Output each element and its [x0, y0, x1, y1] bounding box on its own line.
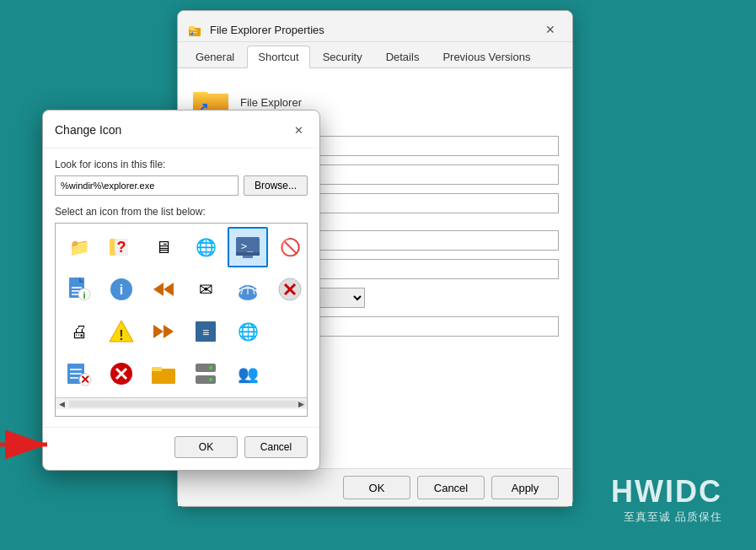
- icon-cell-mail[interactable]: ✉: [185, 269, 226, 310]
- svg-text:i: i: [120, 283, 123, 297]
- watermark: HWIDC 至真至诚 品质保住: [611, 474, 722, 525]
- forward-icon: [150, 318, 177, 345]
- icon-cell-error[interactable]: [101, 353, 142, 394]
- ok-button[interactable]: OK: [343, 476, 410, 499]
- tab-previous-versions[interactable]: Previous Versions: [432, 46, 541, 67]
- svg-rect-38: [70, 369, 82, 370]
- server-icon: [192, 360, 219, 387]
- icon-cell-folder2[interactable]: [143, 353, 184, 394]
- watermark-subtitle: 至真至诚 品质保住: [611, 510, 722, 525]
- tab-general[interactable]: General: [185, 46, 245, 67]
- printer-icon: 🖨: [66, 318, 93, 345]
- edit-icon: ✕: [66, 360, 93, 387]
- icon-cell-globe[interactable]: 🌐: [185, 227, 226, 267]
- icon-cell-info[interactable]: i: [101, 269, 142, 310]
- svg-text:>_: >_: [241, 240, 254, 252]
- svg-rect-3: [190, 32, 197, 34]
- doc-icon: i: [66, 276, 93, 303]
- basket-icon: [234, 276, 261, 303]
- svg-text:i: i: [83, 290, 85, 300]
- info-icon: i: [108, 276, 135, 303]
- file-path-input[interactable]: [55, 175, 239, 196]
- icon-cell-terminal[interactable]: >_: [228, 227, 268, 267]
- svg-text:!: !: [119, 328, 123, 342]
- icon-cell-doc[interactable]: i: [59, 269, 99, 310]
- svg-rect-13: [236, 252, 260, 256]
- monitor-icon: 🖥: [150, 234, 177, 261]
- properties-title: File Explorer Properties: [210, 24, 324, 36]
- tabs-bar: General Shortcut Security Details Previo…: [178, 42, 572, 67]
- network-icon: 🌐: [234, 318, 261, 345]
- svg-text:≡: ≡: [202, 326, 209, 339]
- icon-grid-container: 📁 ? 🖥 🌐: [55, 223, 308, 417]
- tab-security[interactable]: Security: [312, 46, 373, 67]
- help-icon: ?: [108, 234, 135, 261]
- svg-marker-34: [164, 325, 174, 338]
- svg-rect-2: [190, 30, 197, 31]
- icon-cell-folder[interactable]: 📁: [59, 227, 99, 267]
- icon-cell-server[interactable]: [185, 353, 226, 394]
- titlebar-left: File Explorer Properties: [188, 22, 324, 37]
- file-explorer-label: File Explorer: [240, 96, 302, 109]
- mail-icon: ✉: [192, 276, 219, 303]
- folder2-icon: [150, 360, 177, 387]
- red-arrow-icon: [0, 428, 60, 461]
- tab-details[interactable]: Details: [375, 46, 431, 67]
- svg-rect-40: [70, 377, 78, 379]
- task-icon: ≡: [192, 318, 219, 345]
- globe-icon: 🌐: [192, 234, 219, 261]
- select-icon-label: Select an icon from the list below:: [55, 206, 308, 218]
- tab-shortcut[interactable]: Shortcut: [247, 46, 309, 68]
- dialog-file-row: Browse...: [55, 175, 308, 196]
- dialog-ok-button[interactable]: OK: [174, 436, 238, 458]
- scroll-left-button[interactable]: ◀: [56, 398, 67, 410]
- xcircle-icon: [276, 276, 303, 303]
- warning-icon: !: [108, 318, 135, 345]
- svg-rect-1: [189, 26, 195, 30]
- svg-rect-20: [72, 294, 78, 295]
- icon-grid: 📁 ? 🖥 🌐: [56, 224, 307, 397]
- scroll-right-button[interactable]: ▶: [295, 398, 307, 410]
- icon-cell-help[interactable]: ?: [101, 227, 142, 267]
- icon-cell-monitor[interactable]: 🖥: [143, 227, 184, 267]
- scroll-track[interactable]: [69, 401, 305, 407]
- icon-cell-blank[interactable]: [270, 311, 308, 352]
- icon-cell-users[interactable]: 👥: [228, 353, 268, 394]
- apply-button[interactable]: Apply: [491, 476, 559, 499]
- properties-close-button[interactable]: ✕: [539, 18, 562, 41]
- icon-cell-task[interactable]: ≡: [185, 311, 226, 352]
- browse-button[interactable]: Browse...: [244, 175, 308, 196]
- scrollbar[interactable]: ◀ ▶: [56, 397, 307, 409]
- icon-cell-forward[interactable]: [143, 311, 184, 352]
- svg-rect-50: [209, 366, 212, 369]
- titlebar-icon: [188, 22, 203, 37]
- rewind-icon: [150, 276, 177, 303]
- dialog-close-button[interactable]: ✕: [287, 119, 309, 141]
- icon-cell-block[interactable]: 🚫: [270, 227, 308, 267]
- block-icon: 🚫: [276, 234, 303, 261]
- blank-icon: [276, 318, 303, 345]
- dialog-title: Change Icon: [55, 123, 121, 137]
- dialog-body: Look for icons in this file: Browse... S…: [43, 148, 319, 427]
- dialog-cancel-button[interactable]: Cancel: [244, 436, 308, 458]
- properties-bottom-buttons: OK Cancel Apply: [178, 468, 572, 506]
- svg-marker-33: [153, 325, 164, 338]
- icon-cell-blank2[interactable]: [270, 353, 308, 394]
- icon-cell-printer[interactable]: 🖨: [59, 311, 99, 352]
- icon-cell-rewind[interactable]: [143, 269, 184, 310]
- icon-cell-edit[interactable]: ✕: [59, 353, 99, 394]
- icon-cell-warning[interactable]: !: [101, 311, 142, 352]
- icon-cell-network[interactable]: 🌐: [228, 311, 268, 352]
- terminal-icon: >_: [234, 234, 261, 261]
- svg-rect-51: [209, 378, 212, 381]
- error-icon: [108, 360, 135, 387]
- svg-rect-47: [152, 367, 162, 371]
- watermark-title: HWIDC: [611, 474, 722, 510]
- svg-rect-14: [243, 256, 253, 258]
- icon-cell-xcircle[interactable]: [270, 269, 308, 310]
- svg-marker-26: [164, 283, 174, 296]
- icon-cell-basket[interactable]: [228, 269, 268, 310]
- change-icon-dialog: Change Icon ✕ Look for icons in this fil…: [42, 110, 320, 471]
- svg-rect-49: [196, 375, 216, 384]
- cancel-button[interactable]: Cancel: [417, 476, 485, 499]
